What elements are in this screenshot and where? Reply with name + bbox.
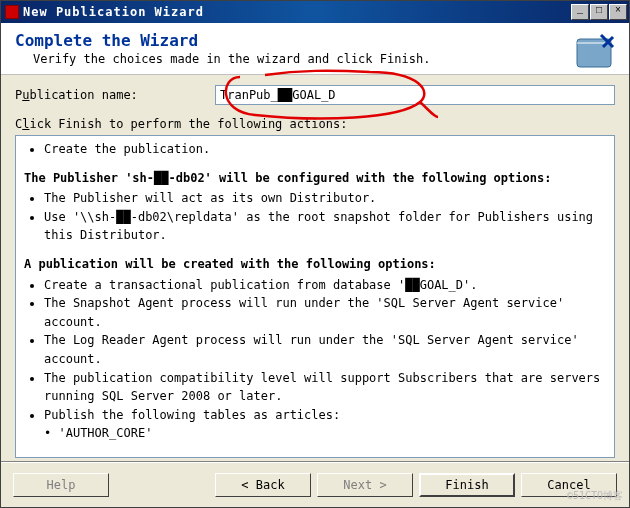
list-item: The Log Reader Agent process will run un… [44,331,606,368]
publication-name-input[interactable] [215,85,615,105]
summary-box[interactable]: Create the publication. The Publisher 's… [15,135,615,458]
page-subtitle: Verify the choices made in the wizard an… [33,52,615,66]
app-icon [5,5,19,19]
list-item: The Publisher will act as its own Distri… [44,189,606,208]
list-item: Create the publication. [44,140,606,159]
wizard-body: Publication name: Click Finish to perfor… [1,75,629,462]
list-item: The publication compatibility level will… [44,369,606,406]
next-button[interactable]: Next > [317,473,413,497]
minimize-button[interactable]: _ [571,4,589,20]
help-button[interactable]: Help [13,473,109,497]
window-title: New Publication Wizard [23,5,571,19]
finish-button[interactable]: Finish [419,473,515,497]
wizard-window: New Publication Wizard _ □ × Complete th… [0,0,630,508]
maximize-button[interactable]: □ [590,4,608,20]
section-title: A publication will be created with the f… [24,255,606,274]
publication-name-row: Publication name: [15,85,615,105]
book-icon [571,29,619,77]
publication-name-label: Publication name: [15,88,215,102]
list-item: 'AUTHOR_CORE' [58,424,606,443]
page-title: Complete the Wizard [15,31,615,50]
wizard-footer: Help < Back Next > Finish Cancel [1,462,629,507]
list-item: Publish the following tables as articles… [44,406,606,425]
section-title: The Publisher 'sh-██-db02' will be confi… [24,169,606,188]
close-button[interactable]: × [609,4,627,20]
actions-label: Click Finish to perform the following ac… [15,117,615,131]
list-item: Use '\\sh-██-db02\repldata' as the root … [44,208,606,245]
list-item: Create a transactional publication from … [44,276,606,295]
titlebar: New Publication Wizard _ □ × [1,1,629,23]
wizard-header: Complete the Wizard Verify the choices m… [1,23,629,75]
window-controls: _ □ × [571,4,627,20]
watermark: ©51CTO博客 [567,489,623,503]
back-button[interactable]: < Back [215,473,311,497]
list-item: The Snapshot Agent process will run unde… [44,294,606,331]
